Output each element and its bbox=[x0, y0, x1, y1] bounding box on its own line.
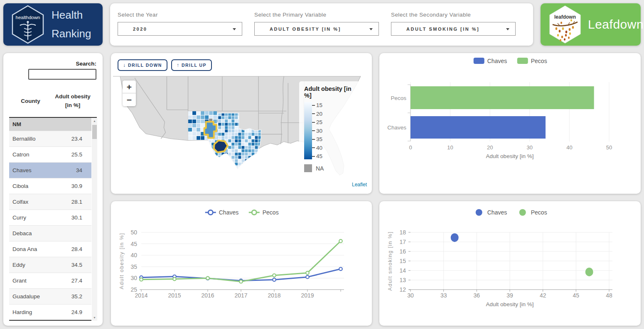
leaflet-map[interactable]: + − Adult obesity [in %] 15202530354045 … bbox=[111, 75, 371, 190]
secondary-variable-label: Select the Secondary Variable bbox=[391, 12, 516, 18]
table-body: NM Bernalillo23.4Catron25.5Chaves34Cibol… bbox=[9, 118, 91, 321]
legend-item-pecos[interactable]: Pecos bbox=[519, 209, 547, 216]
svg-text:Adult smoking [in %]: Adult smoking [in %] bbox=[387, 231, 393, 290]
line-chart-panel: 253035404550201420152016201720182019Adul… bbox=[111, 201, 372, 326]
zoom-in-button[interactable]: + bbox=[123, 80, 136, 93]
table-row[interactable]: Eddy34.5 bbox=[9, 257, 91, 273]
leafdown-logo: leafdown bbox=[541, 3, 641, 46]
scroll-down-icon[interactable] bbox=[92, 314, 97, 321]
bar-pecos[interactable] bbox=[410, 86, 594, 109]
line-pecos[interactable] bbox=[141, 241, 341, 282]
chevron-down-icon bbox=[233, 28, 236, 30]
secondary-variable-filter: Select the Secondary Variable ADULT SMOK… bbox=[391, 12, 516, 36]
svg-text:30: 30 bbox=[130, 275, 137, 281]
table-row[interactable]: Harding24.9 bbox=[9, 305, 91, 320]
svg-text:35: 35 bbox=[130, 263, 137, 270]
zoom-out-button[interactable]: − bbox=[123, 93, 136, 106]
chevron-down-icon bbox=[369, 28, 373, 30]
svg-text:13: 13 bbox=[399, 277, 406, 283]
drill-up-button[interactable]: ↑ DRILL UP bbox=[171, 59, 212, 71]
scrollbar-thumb[interactable] bbox=[92, 125, 97, 139]
svg-text:15: 15 bbox=[399, 258, 406, 264]
year-filter-label: Select the Year bbox=[118, 12, 242, 18]
map-legend-title: Adult obesity [in %] bbox=[304, 85, 356, 99]
search-input[interactable] bbox=[28, 69, 96, 80]
table-row[interactable]: Curry30.1 bbox=[9, 210, 91, 226]
table-row[interactable]: Debaca bbox=[9, 226, 91, 241]
svg-text:2019: 2019 bbox=[301, 292, 314, 299]
legend-tick: 20 bbox=[312, 111, 322, 117]
map-panel: ↓ DRILL DOWN ↑ DRILL UP bbox=[111, 53, 372, 194]
value-cell: 34.5 bbox=[56, 262, 91, 268]
svg-text:2016: 2016 bbox=[201, 292, 214, 299]
county-pecos-highlight[interactable] bbox=[214, 140, 228, 152]
svg-text:Adult obesity [in %]: Adult obesity [in %] bbox=[486, 301, 534, 307]
table-row[interactable]: Catron25.5 bbox=[9, 147, 91, 163]
bar-chaves[interactable] bbox=[410, 116, 546, 139]
leafdown-title: Leafdown bbox=[588, 17, 644, 32]
svg-text:Chaves: Chaves bbox=[387, 124, 406, 131]
healthdown-hex-label: healthdown bbox=[16, 15, 40, 20]
chevron-down-icon bbox=[506, 28, 509, 30]
group-row-label: NM bbox=[9, 121, 56, 127]
svg-text:2014: 2014 bbox=[135, 292, 147, 299]
drill-down-button[interactable]: ↓ DRILL DOWN bbox=[118, 59, 167, 71]
svg-text:40: 40 bbox=[566, 144, 572, 151]
scroll-up-icon[interactable] bbox=[92, 118, 97, 124]
county-cell: Guadalupe bbox=[9, 293, 56, 300]
county-cell: Grant bbox=[9, 278, 56, 284]
health-dashboard: healthdown Health Ranking Select the Yea… bbox=[0, 0, 644, 329]
obesity-trend-line-chart: 253035404550201420152016201720182019Adul… bbox=[111, 201, 372, 326]
svg-text:Adult obesity [in %]: Adult obesity [in %] bbox=[119, 233, 125, 289]
column-header-county[interactable]: County bbox=[9, 98, 52, 104]
svg-text:36: 36 bbox=[474, 292, 480, 299]
svg-text:45: 45 bbox=[130, 241, 137, 247]
svg-text:30: 30 bbox=[407, 292, 414, 299]
table-row[interactable]: Grant27.4 bbox=[9, 273, 91, 289]
value-cell: 34 bbox=[56, 167, 91, 173]
primary-variable-select[interactable]: ADULT OBESITY [IN %] bbox=[254, 22, 379, 36]
drill-down-label: DRILL DOWN bbox=[128, 63, 162, 68]
table-row[interactable]: Chaves34 bbox=[9, 163, 91, 178]
legend-item-chaves[interactable]: Chaves bbox=[474, 58, 507, 64]
value-cell: 30.1 bbox=[56, 214, 91, 221]
primary-variable-value: ADULT OBESITY [IN %] bbox=[270, 27, 341, 32]
legend-item-pecos[interactable]: Pecos bbox=[517, 58, 547, 64]
na-label: NA bbox=[316, 165, 324, 172]
table-row[interactable]: Bernalillo23.4 bbox=[9, 131, 91, 147]
county-cell: Debaca bbox=[9, 230, 56, 236]
value-cell: 23.4 bbox=[56, 136, 91, 142]
secondary-variable-select[interactable]: ADULT SMOKING [IN %] bbox=[391, 22, 516, 36]
year-filter: Select the Year 2020 bbox=[118, 12, 242, 36]
obesity-bar-chart: 01020304050PecosChavesAdult obesity [in … bbox=[379, 53, 641, 194]
svg-text:Pecos: Pecos bbox=[531, 209, 547, 216]
svg-text:Pecos: Pecos bbox=[531, 58, 547, 64]
table-row[interactable]: Guadalupe35.2 bbox=[9, 289, 91, 305]
table-group-row[interactable]: NM bbox=[9, 118, 91, 131]
legend-item-chaves[interactable]: Chaves bbox=[476, 209, 507, 216]
svg-text:2017: 2017 bbox=[234, 292, 247, 299]
drill-up-label: DRILL UP bbox=[182, 63, 206, 68]
point-chaves[interactable] bbox=[451, 233, 459, 242]
legend-item-pecos[interactable]: Pecos bbox=[249, 209, 279, 216]
county-cell: Cibola bbox=[9, 183, 56, 189]
app-title-line1: Health bbox=[52, 6, 91, 24]
drill-buttons: ↓ DRILL DOWN ↑ DRILL UP bbox=[118, 59, 212, 71]
year-select[interactable]: 2020 bbox=[118, 22, 242, 36]
leaflet-attribution-link[interactable]: Leaflet bbox=[349, 181, 369, 188]
svg-text:2018: 2018 bbox=[268, 292, 280, 299]
table-row[interactable]: Dona Ana28.4 bbox=[9, 241, 91, 257]
primary-variable-label: Select the Primary Variable bbox=[254, 12, 379, 18]
county-cell: Harding bbox=[9, 309, 56, 315]
table-row[interactable]: Cibola30.9 bbox=[9, 178, 91, 194]
legend-tick-labels: 15202530354045 bbox=[312, 102, 322, 159]
table-row[interactable]: Colfax28.1 bbox=[9, 194, 91, 210]
healthdown-hexagon-icon: healthdown bbox=[10, 5, 46, 44]
value-cell: 28.1 bbox=[56, 199, 91, 205]
arrow-up-icon: ↑ bbox=[177, 62, 179, 68]
column-header-adult-obesity[interactable]: Adult obesity [in %] bbox=[52, 92, 97, 110]
bar-chart-panel: 01020304050PecosChavesAdult obesity [in … bbox=[379, 53, 641, 194]
table-scrollbar[interactable] bbox=[92, 118, 97, 321]
legend-item-chaves[interactable]: Chaves bbox=[205, 209, 238, 216]
point-pecos[interactable] bbox=[585, 268, 593, 276]
